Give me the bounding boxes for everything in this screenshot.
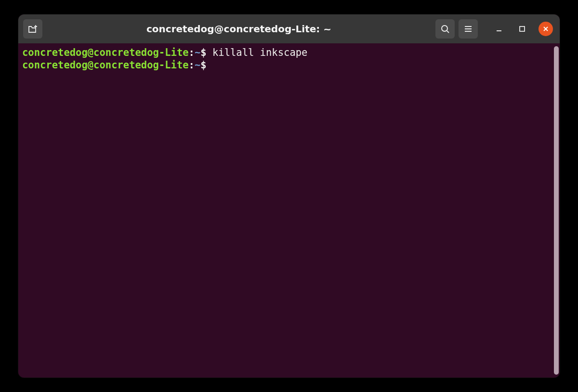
maximize-icon [519, 26, 525, 32]
prompt-path: ~ [195, 47, 200, 58]
prompt-userhost: concretedog@concretedog-Lite [22, 59, 189, 71]
maximize-button[interactable] [512, 19, 532, 39]
terminal-window: concretedog@concretedog-Lite: ~ [18, 14, 560, 378]
svg-line-3 [447, 31, 449, 33]
prompt-userhost: concretedog@concretedog-Lite [22, 47, 189, 58]
close-icon [542, 26, 549, 32]
minimize-button[interactable] [489, 19, 509, 39]
close-button[interactable] [539, 22, 553, 36]
titlebar-left [23, 19, 42, 39]
new-tab-icon [27, 24, 38, 34]
search-button[interactable] [435, 19, 455, 39]
prompt-dollar: $ [200, 47, 212, 58]
titlebar[interactable]: concretedog@concretedog-Lite: ~ [18, 14, 560, 43]
svg-rect-8 [520, 26, 525, 31]
titlebar-right [435, 19, 555, 39]
prompt-path: ~ [195, 59, 200, 71]
window-title: concretedog@concretedog-Lite: ~ [46, 23, 432, 35]
command-text: killall inkscape [212, 47, 307, 58]
prompt-dollar: $ [200, 59, 212, 71]
search-icon [440, 24, 450, 34]
prompt-colon: : [189, 47, 195, 58]
new-tab-button[interactable] [23, 19, 42, 39]
terminal-line: concretedog@concretedog-Lite:~$ [22, 59, 556, 71]
terminal-line: concretedog@concretedog-Lite:~$ killall … [22, 46, 556, 59]
scrollbar[interactable] [554, 46, 559, 375]
svg-point-2 [442, 26, 447, 31]
hamburger-icon [463, 24, 473, 34]
menu-button[interactable] [459, 19, 478, 39]
prompt-colon: : [189, 59, 195, 71]
terminal-body[interactable]: concretedog@concretedog-Lite:~$ killall … [18, 43, 560, 378]
minimize-icon [495, 25, 503, 33]
